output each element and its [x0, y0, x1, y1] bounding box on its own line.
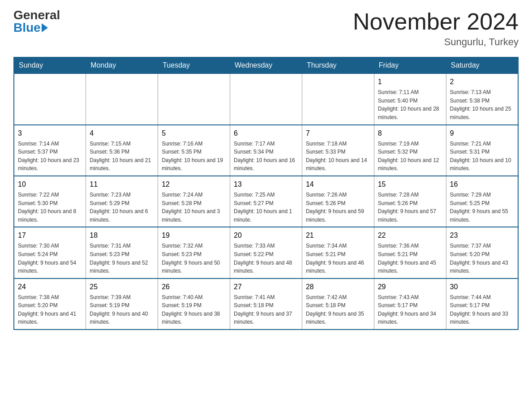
title-section: November 2024 Sungurlu, Turkey — [353, 9, 519, 48]
day-number: 4 — [90, 128, 154, 139]
calendar-day-cell: 14Sunrise: 7:26 AM Sunset: 5:26 PM Dayli… — [302, 176, 374, 227]
day-number: 27 — [234, 282, 298, 292]
calendar-day-cell: 23Sunrise: 7:37 AM Sunset: 5:20 PM Dayli… — [446, 227, 518, 278]
day-sun-info: Sunrise: 7:24 AM Sunset: 5:28 PM Dayligh… — [162, 191, 226, 224]
day-sun-info: Sunrise: 7:34 AM Sunset: 5:21 PM Dayligh… — [306, 242, 370, 275]
day-number: 15 — [378, 179, 442, 190]
calendar-week-row: 3Sunrise: 7:14 AM Sunset: 5:37 PM Daylig… — [14, 125, 518, 176]
day-number: 25 — [90, 282, 154, 292]
day-sun-info: Sunrise: 7:16 AM Sunset: 5:35 PM Dayligh… — [162, 140, 226, 173]
day-number: 13 — [234, 179, 298, 190]
day-sun-info: Sunrise: 7:19 AM Sunset: 5:32 PM Dayligh… — [378, 140, 442, 173]
day-number: 20 — [234, 230, 298, 241]
day-number: 14 — [306, 179, 370, 190]
day-sun-info: Sunrise: 7:29 AM Sunset: 5:25 PM Dayligh… — [450, 191, 514, 224]
day-number: 5 — [162, 128, 226, 139]
calendar-day-cell: 16Sunrise: 7:29 AM Sunset: 5:25 PM Dayli… — [446, 176, 518, 227]
calendar-header-row: SundayMondayTuesdayWednesdayThursdayFrid… — [14, 57, 518, 73]
calendar-day-cell: 8Sunrise: 7:19 AM Sunset: 5:32 PM Daylig… — [374, 125, 446, 176]
day-number: 26 — [162, 282, 226, 292]
day-sun-info: Sunrise: 7:11 AM Sunset: 5:40 PM Dayligh… — [378, 88, 442, 121]
calendar-day-cell: 24Sunrise: 7:38 AM Sunset: 5:20 PM Dayli… — [14, 278, 86, 330]
calendar-day-cell: 30Sunrise: 7:44 AM Sunset: 5:17 PM Dayli… — [446, 278, 518, 330]
day-sun-info: Sunrise: 7:17 AM Sunset: 5:34 PM Dayligh… — [234, 140, 298, 173]
calendar-day-cell: 1Sunrise: 7:11 AM Sunset: 5:40 PM Daylig… — [374, 73, 446, 124]
calendar-week-row: 1Sunrise: 7:11 AM Sunset: 5:40 PM Daylig… — [14, 73, 518, 124]
day-number: 2 — [450, 77, 514, 87]
day-sun-info: Sunrise: 7:14 AM Sunset: 5:37 PM Dayligh… — [18, 140, 82, 173]
day-number: 16 — [450, 179, 514, 190]
calendar-day-cell: 25Sunrise: 7:39 AM Sunset: 5:19 PM Dayli… — [86, 278, 158, 330]
calendar-weekday-header: Friday — [374, 57, 446, 73]
calendar-day-cell: 4Sunrise: 7:15 AM Sunset: 5:36 PM Daylig… — [86, 125, 158, 176]
calendar-day-cell: 27Sunrise: 7:41 AM Sunset: 5:18 PM Dayli… — [230, 278, 302, 330]
day-number: 11 — [90, 179, 154, 190]
day-number: 3 — [18, 128, 82, 139]
calendar-day-cell: 22Sunrise: 7:36 AM Sunset: 5:21 PM Dayli… — [374, 227, 446, 278]
day-sun-info: Sunrise: 7:28 AM Sunset: 5:26 PM Dayligh… — [378, 191, 442, 224]
day-number: 6 — [234, 128, 298, 139]
calendar-weekday-header: Saturday — [446, 57, 518, 73]
day-number: 18 — [90, 230, 154, 241]
calendar-weekday-header: Wednesday — [230, 57, 302, 73]
calendar-day-cell: 26Sunrise: 7:40 AM Sunset: 5:19 PM Dayli… — [158, 278, 230, 330]
calendar-weekday-header: Monday — [86, 57, 158, 73]
day-number: 1 — [378, 77, 442, 87]
calendar-week-row: 24Sunrise: 7:38 AM Sunset: 5:20 PM Dayli… — [14, 278, 518, 330]
day-sun-info: Sunrise: 7:40 AM Sunset: 5:19 PM Dayligh… — [162, 293, 226, 326]
day-sun-info: Sunrise: 7:15 AM Sunset: 5:36 PM Dayligh… — [90, 140, 154, 173]
day-sun-info: Sunrise: 7:36 AM Sunset: 5:21 PM Dayligh… — [378, 242, 442, 275]
day-number: 10 — [18, 179, 82, 190]
day-number: 29 — [378, 282, 442, 292]
day-number: 17 — [18, 230, 82, 241]
day-number: 24 — [18, 282, 82, 292]
calendar-day-cell: 12Sunrise: 7:24 AM Sunset: 5:28 PM Dayli… — [158, 176, 230, 227]
month-title: November 2024 — [353, 9, 519, 34]
calendar-day-cell: 3Sunrise: 7:14 AM Sunset: 5:37 PM Daylig… — [14, 125, 86, 176]
calendar-day-cell: 15Sunrise: 7:28 AM Sunset: 5:26 PM Dayli… — [374, 176, 446, 227]
calendar-day-cell: 10Sunrise: 7:22 AM Sunset: 5:30 PM Dayli… — [14, 176, 86, 227]
day-sun-info: Sunrise: 7:42 AM Sunset: 5:18 PM Dayligh… — [306, 293, 370, 326]
day-number: 12 — [162, 179, 226, 190]
day-sun-info: Sunrise: 7:39 AM Sunset: 5:19 PM Dayligh… — [90, 293, 154, 326]
day-number: 30 — [450, 282, 514, 292]
calendar-day-cell — [230, 73, 302, 124]
day-sun-info: Sunrise: 7:30 AM Sunset: 5:24 PM Dayligh… — [18, 242, 82, 275]
day-sun-info: Sunrise: 7:25 AM Sunset: 5:27 PM Dayligh… — [234, 191, 298, 224]
day-number: 21 — [306, 230, 370, 241]
day-number: 9 — [450, 128, 514, 139]
calendar-day-cell — [86, 73, 158, 124]
calendar-day-cell — [158, 73, 230, 124]
page-header: General Blue November 2024 Sungurlu, Tur… — [13, 9, 519, 48]
calendar-day-cell: 29Sunrise: 7:43 AM Sunset: 5:17 PM Dayli… — [374, 278, 446, 330]
day-sun-info: Sunrise: 7:43 AM Sunset: 5:17 PM Dayligh… — [378, 293, 442, 326]
day-sun-info: Sunrise: 7:41 AM Sunset: 5:18 PM Dayligh… — [234, 293, 298, 326]
calendar-day-cell: 19Sunrise: 7:32 AM Sunset: 5:23 PM Dayli… — [158, 227, 230, 278]
day-sun-info: Sunrise: 7:18 AM Sunset: 5:33 PM Dayligh… — [306, 140, 370, 173]
calendar-week-row: 10Sunrise: 7:22 AM Sunset: 5:30 PM Dayli… — [14, 176, 518, 227]
calendar-day-cell: 18Sunrise: 7:31 AM Sunset: 5:23 PM Dayli… — [86, 227, 158, 278]
logo-arrow-icon — [42, 23, 48, 32]
day-sun-info: Sunrise: 7:13 AM Sunset: 5:38 PM Dayligh… — [450, 88, 514, 121]
calendar-day-cell: 5Sunrise: 7:16 AM Sunset: 5:35 PM Daylig… — [158, 125, 230, 176]
calendar-day-cell: 13Sunrise: 7:25 AM Sunset: 5:27 PM Dayli… — [230, 176, 302, 227]
logo: General Blue — [13, 9, 60, 34]
calendar-day-cell — [14, 73, 86, 124]
calendar-day-cell: 21Sunrise: 7:34 AM Sunset: 5:21 PM Dayli… — [302, 227, 374, 278]
day-sun-info: Sunrise: 7:26 AM Sunset: 5:26 PM Dayligh… — [306, 191, 370, 224]
day-number: 7 — [306, 128, 370, 139]
calendar-day-cell: 6Sunrise: 7:17 AM Sunset: 5:34 PM Daylig… — [230, 125, 302, 176]
day-sun-info: Sunrise: 7:44 AM Sunset: 5:17 PM Dayligh… — [450, 293, 514, 326]
day-sun-info: Sunrise: 7:37 AM Sunset: 5:20 PM Dayligh… — [450, 242, 514, 275]
day-sun-info: Sunrise: 7:22 AM Sunset: 5:30 PM Dayligh… — [18, 191, 82, 224]
day-number: 28 — [306, 282, 370, 292]
calendar-day-cell: 20Sunrise: 7:33 AM Sunset: 5:22 PM Dayli… — [230, 227, 302, 278]
calendar-weekday-header: Thursday — [302, 57, 374, 73]
day-number: 22 — [378, 230, 442, 241]
day-number: 19 — [162, 230, 226, 241]
calendar-day-cell: 17Sunrise: 7:30 AM Sunset: 5:24 PM Dayli… — [14, 227, 86, 278]
calendar-day-cell: 9Sunrise: 7:21 AM Sunset: 5:31 PM Daylig… — [446, 125, 518, 176]
calendar-day-cell: 2Sunrise: 7:13 AM Sunset: 5:38 PM Daylig… — [446, 73, 518, 124]
location-text: Sungurlu, Turkey — [353, 36, 519, 48]
calendar-table: SundayMondayTuesdayWednesdayThursdayFrid… — [13, 57, 519, 330]
